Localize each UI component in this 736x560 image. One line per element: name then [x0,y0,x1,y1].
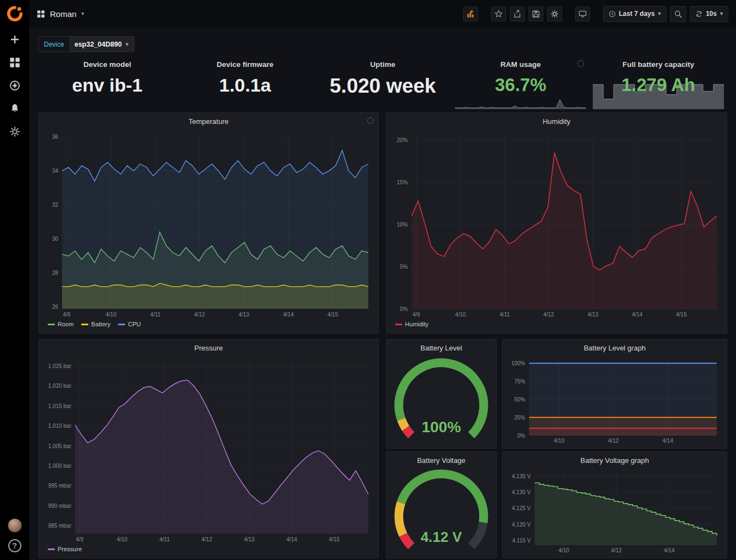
legend-label: CPU [128,321,141,327]
panel-title[interactable]: Battery Voltage [391,454,492,467]
create-icon[interactable] [4,29,26,50]
stats-row: Device model env ib-1 Device firmware 1.… [38,54,727,111]
panel-title[interactable]: Pressure [43,342,374,355]
svg-text:25%: 25% [514,415,525,421]
legend-swatch-icon [118,324,125,325]
zoom-out-time-button[interactable] [670,6,686,22]
legend-item[interactable]: CPU [118,321,141,327]
refresh-interval-label: 10s [706,10,717,18]
battery-level-gauge[interactable]: 100% [391,355,492,445]
refresh-icon [695,10,703,18]
svg-text:4/12: 4/12 [201,536,212,542]
svg-text:4.115 V: 4.115 V [512,538,531,544]
temperature-panel: Temperature 2628303234364/94/104/114/124… [38,112,379,333]
stat-uptime[interactable]: Uptime 5.020 week [314,54,452,111]
grafana-logo-icon[interactable] [0,0,29,27]
svg-text:36: 36 [52,134,59,140]
svg-text:15%: 15% [397,179,408,185]
chart-svg: 2628303234364/94/104/114/124/134/144/15 [43,128,374,319]
svg-text:0%: 0% [400,306,408,312]
svg-text:985 mbar: 985 mbar [48,523,72,529]
svg-text:4/10: 4/10 [106,312,117,318]
stat-value: 1.0.1a [176,75,314,96]
svg-text:50%: 50% [514,397,525,403]
ram-sparkline [455,97,586,109]
dashboards-icon[interactable] [4,52,26,73]
save-icon [532,10,540,18]
pressure-panel: Pressure 985 mbar990 mbar995 mbar1.000 b… [38,339,379,558]
loading-spinner-icon [367,117,374,124]
battery-voltage-gauge[interactable]: 4.12 V [391,467,492,555]
help-icon[interactable]: ? [8,539,21,552]
svg-text:4.130 V: 4.130 V [512,489,531,495]
stat-title: Device model [38,60,176,69]
panel-title[interactable]: Humidity [391,115,722,128]
legend-label: Pressure [58,546,82,552]
device-variable-select[interactable]: esp32_04D890 ▾ [69,37,134,52]
svg-text:990 mbar: 990 mbar [48,503,72,509]
legend-item[interactable]: Battery [81,321,110,327]
svg-text:4/11: 4/11 [160,536,170,542]
stat-device-firmware[interactable]: Device firmware 1.0.1a [176,54,314,111]
svg-text:1.000 bar: 1.000 bar [48,463,72,469]
svg-text:32: 32 [52,202,59,208]
clock-icon [609,10,616,18]
legend-swatch-icon [81,324,88,325]
user-avatar[interactable] [8,518,22,533]
star-dashboard-button[interactable] [491,7,506,21]
svg-text:26: 26 [52,304,59,310]
gauge-value: 4.12 V [391,529,492,546]
humidity-chart[interactable]: 0%5%10%15%20%4/94/104/114/124/134/144/15 [391,128,722,319]
chevron-down-icon: ▾ [658,11,661,16]
svg-text:1.025 bar: 1.025 bar [48,363,72,369]
svg-text:4/14: 4/14 [662,438,673,444]
panel-title[interactable]: Battery Level [391,342,492,355]
svg-text:4/14: 4/14 [632,312,643,318]
dashboard-settings-button[interactable] [547,7,562,21]
svg-text:1.005 bar: 1.005 bar [48,443,72,449]
stat-value: 1.279 Ah [589,75,727,95]
time-range-picker[interactable]: Last 7 days ▾ [603,6,666,22]
stat-battery-capacity[interactable]: Full battery capacity 1.279 Ah [589,54,727,111]
cycle-view-button[interactable] [575,7,590,21]
svg-text:4.125 V: 4.125 V [512,505,531,511]
legend-item[interactable]: Pressure [48,546,82,552]
search-icon [674,10,682,18]
add-panel-button[interactable] [463,7,478,21]
stat-device-model[interactable]: Device model env ib-1 [38,54,176,111]
refresh-picker[interactable]: 10s ▾ [690,6,728,22]
alerting-bell-icon[interactable] [4,98,26,120]
legend-item[interactable]: Room [48,321,74,327]
svg-text:1.015 bar: 1.015 bar [48,403,72,409]
explore-icon[interactable] [4,75,26,97]
svg-text:995 mbar: 995 mbar [48,483,72,489]
humidity-legend: Humidity [391,319,722,330]
pressure-legend: Pressure [43,544,374,555]
stat-ram-usage[interactable]: RAM usage 36.7% [452,54,589,111]
svg-text:4/10: 4/10 [117,536,128,542]
svg-text:30: 30 [52,236,59,242]
legend-item[interactable]: Humidity [395,321,429,327]
svg-text:28: 28 [52,270,59,276]
chart-svg: 985 mbar990 mbar995 mbar1.000 bar1.005 b… [43,355,374,544]
pressure-chart[interactable]: 985 mbar990 mbar995 mbar1.000 bar1.005 b… [43,355,374,544]
battery-level-chart[interactable]: 0%25%50%75%100%4/104/124/14 [507,355,722,445]
share-dashboard-button[interactable] [510,7,525,21]
configuration-gear-icon[interactable] [4,121,26,143]
dashboard-title[interactable]: Roman [50,9,76,19]
panel-title[interactable]: Temperature [43,115,374,128]
temperature-chart[interactable]: 2628303234364/94/104/114/124/134/144/15 [43,128,374,319]
battery-voltage-chart[interactable]: 4.115 V4.120 V4.125 V4.130 V4.135 V4/104… [507,467,722,555]
panel-title[interactable]: Battery Voltage graph [507,454,722,467]
battery-voltage-graph-panel: Battery Voltage graph 4.115 V4.120 V4.12… [502,451,727,558]
stat-value: 5.020 week [314,75,452,98]
svg-text:4/14: 4/14 [664,547,675,553]
legend-label: Humidity [405,321,429,327]
save-dashboard-button[interactable] [529,7,543,21]
svg-text:4/9: 4/9 [412,312,420,318]
stat-title: Uptime [314,60,452,69]
svg-text:4/9: 4/9 [76,536,83,542]
panel-title[interactable]: Battery Level graph [507,342,722,355]
svg-text:4/9: 4/9 [63,312,70,318]
temperature-legend: RoomBatteryCPU [43,319,374,330]
